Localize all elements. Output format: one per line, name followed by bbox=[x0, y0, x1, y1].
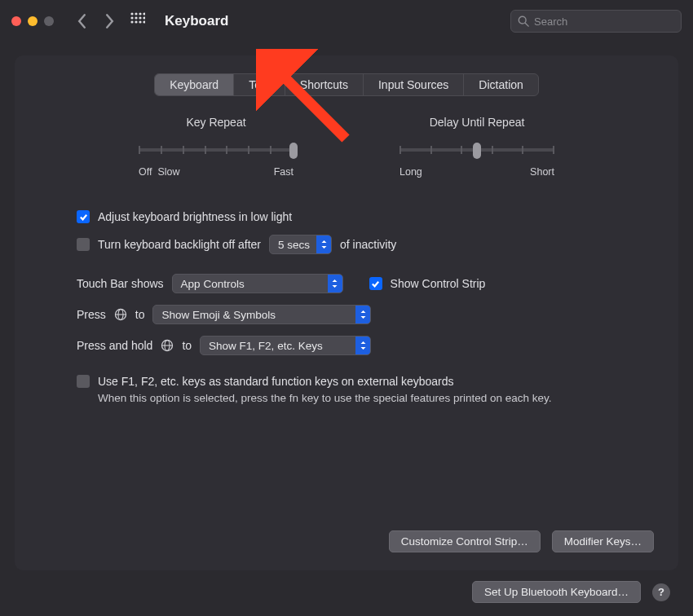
modifier-keys-button[interactable]: Modifier Keys… bbox=[552, 530, 654, 552]
key-repeat-slider[interactable] bbox=[139, 140, 294, 160]
zoom-window-button[interactable] bbox=[44, 16, 54, 26]
globe-icon bbox=[161, 339, 174, 352]
fn-keys-label: Use F1, F2, etc. keys as standard functi… bbox=[98, 375, 454, 388]
svg-point-2 bbox=[139, 12, 141, 15]
press-globe-label-post: to bbox=[135, 308, 145, 321]
adjust-brightness-checkbox[interactable] bbox=[77, 210, 90, 223]
select-arrows-icon bbox=[328, 275, 342, 293]
close-window-button[interactable] bbox=[11, 16, 21, 26]
window-controls bbox=[11, 16, 54, 26]
tab-keyboard[interactable]: Keyboard bbox=[155, 74, 234, 95]
svg-point-10 bbox=[139, 20, 141, 23]
titlebar: Keyboard bbox=[0, 0, 693, 42]
backlight-off-label-post: of inactivity bbox=[340, 238, 396, 251]
tab-dictation[interactable]: Dictation bbox=[464, 74, 537, 95]
svg-point-4 bbox=[130, 16, 133, 19]
search-icon bbox=[518, 15, 529, 27]
svg-point-6 bbox=[139, 16, 141, 19]
control-strip-checkbox[interactable] bbox=[369, 277, 382, 290]
forward-button[interactable] bbox=[99, 9, 119, 33]
touch-bar-value: App Controls bbox=[181, 278, 245, 290]
key-repeat-label: Key Repeat bbox=[139, 116, 294, 129]
tab-bar: Keyboard Text Shortcuts Input Sources Di… bbox=[39, 73, 654, 96]
hold-globe-value: Show F1, F2, etc. Keys bbox=[209, 340, 323, 352]
select-arrows-icon bbox=[355, 306, 370, 323]
touch-bar-label: Touch Bar shows bbox=[77, 277, 164, 290]
svg-point-1 bbox=[135, 12, 137, 15]
control-strip-label: Show Control Strip bbox=[391, 277, 486, 290]
backlight-off-label-pre: Turn keyboard backlight off after bbox=[98, 238, 261, 251]
select-arrows-icon bbox=[316, 235, 331, 253]
search-input[interactable] bbox=[534, 15, 674, 28]
hold-globe-label-pre: Press and hold bbox=[77, 339, 152, 352]
back-button[interactable] bbox=[72, 9, 91, 33]
slider-short-label: Short bbox=[530, 166, 554, 178]
slider-fast-label: Fast bbox=[274, 166, 294, 178]
adjust-brightness-label: Adjust keyboard brightness in low light bbox=[98, 210, 292, 223]
bluetooth-keyboard-button[interactable]: Set Up Bluetooth Keyboard… bbox=[472, 581, 641, 603]
customize-control-strip-button[interactable]: Customize Control Strip… bbox=[389, 530, 541, 552]
delay-repeat-slider[interactable] bbox=[399, 140, 554, 160]
tab-shortcuts[interactable]: Shortcuts bbox=[285, 74, 364, 95]
svg-point-8 bbox=[130, 20, 133, 23]
hold-globe-select[interactable]: Show F1, F2, etc. Keys bbox=[200, 336, 371, 355]
touch-bar-select[interactable]: App Controls bbox=[172, 274, 343, 293]
delay-repeat-group: Delay Until Repeat Long Short bbox=[399, 116, 554, 178]
delay-repeat-label: Delay Until Repeat bbox=[399, 116, 554, 129]
preferences-panel: Keyboard Text Shortcuts Input Sources Di… bbox=[15, 55, 678, 570]
svg-point-11 bbox=[143, 20, 145, 23]
search-field[interactable] bbox=[510, 10, 682, 33]
show-all-icon[interactable] bbox=[130, 12, 145, 30]
fn-keys-checkbox[interactable] bbox=[77, 375, 90, 388]
slider-off-label: Off bbox=[139, 166, 152, 178]
backlight-duration-select[interactable]: 5 secs bbox=[269, 235, 332, 254]
press-globe-select[interactable]: Show Emoji & Symbols bbox=[152, 305, 371, 324]
backlight-off-checkbox[interactable] bbox=[77, 238, 90, 251]
svg-point-9 bbox=[135, 20, 137, 23]
slider-long-label: Long bbox=[399, 166, 422, 178]
tab-input-sources[interactable]: Input Sources bbox=[364, 74, 464, 95]
hold-globe-label-post: to bbox=[182, 339, 192, 352]
minimize-window-button[interactable] bbox=[28, 16, 38, 26]
globe-icon bbox=[114, 308, 127, 321]
tab-text[interactable]: Text bbox=[234, 74, 285, 95]
backlight-duration-value: 5 secs bbox=[278, 239, 310, 251]
svg-point-3 bbox=[143, 12, 145, 15]
help-button[interactable]: ? bbox=[652, 583, 670, 601]
slider-slow-label: Slow bbox=[157, 166, 179, 178]
window-title: Keyboard bbox=[165, 13, 228, 29]
svg-line-13 bbox=[525, 23, 528, 26]
key-repeat-group: Key Repeat Off Slow Fast bbox=[139, 116, 294, 178]
press-globe-value: Show Emoji & Symbols bbox=[161, 309, 276, 321]
fn-keys-hint: When this option is selected, press the … bbox=[98, 391, 652, 407]
press-globe-label-pre: Press bbox=[77, 308, 106, 321]
svg-point-5 bbox=[135, 16, 137, 19]
svg-point-7 bbox=[143, 16, 145, 19]
select-arrows-icon bbox=[355, 337, 370, 354]
svg-point-0 bbox=[130, 12, 133, 15]
